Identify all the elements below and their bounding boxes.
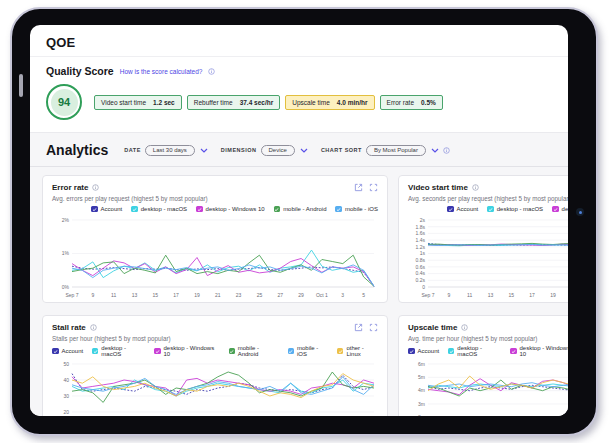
legend-item-desktop-macos[interactable]: desktop - macOS [92,345,145,357]
info-icon[interactable] [208,68,215,75]
info-icon[interactable] [92,184,99,191]
legend-item-account[interactable]: Account [447,206,478,213]
legend-checkbox-icon[interactable] [552,206,559,213]
legend-checkbox-icon[interactable] [91,206,98,213]
info-icon[interactable] [472,184,479,191]
quality-score-title: Quality Score [46,65,114,77]
x-tick-label: 19 [194,292,200,298]
card-actions [354,183,378,192]
y-tick-label: 0.6s [416,264,426,270]
legend-item-desktop-windows-10[interactable]: desktop - Windows 10 [552,206,568,213]
legend-checkbox-icon[interactable] [154,348,160,355]
metric-chip-error-rate: Error rate0.5% [380,95,443,110]
legend-label: other - Linux [346,345,378,357]
y-tick-label: 30 [63,393,69,399]
metric-label: Video start time [101,99,146,106]
legend-item-desktop-windows-10[interactable]: desktop - Windows 10 [510,345,568,357]
quality-score-header: Quality Score How is the score calculate… [46,65,552,77]
x-tick-label: 25 [257,292,263,298]
chart-subtitle: Stalls per hour (highest 5 by most popul… [52,335,378,342]
filter-date: DATE Last 30 days [124,145,208,156]
filter-chart-sort-label: CHART SORT [321,147,362,153]
legend-checkbox-icon[interactable] [229,348,235,355]
y-tick-label: 1s [420,250,426,256]
legend-item-desktop-macos[interactable]: desktop - macOS [131,206,187,213]
legend-checkbox-icon[interactable] [335,206,342,213]
x-tick-label: 15 [153,292,159,298]
chart-card-upscale-time: Upscale time Avg. time per hour (highest… [398,315,568,416]
info-icon[interactable] [90,324,97,331]
legend-item-mobile-ios[interactable]: mobile - iOS [335,206,378,213]
legend-item-account[interactable]: Account [91,206,122,213]
x-tick-label: 21 [215,292,221,298]
x-tick-label: 3 [341,292,344,298]
score-calculated-link[interactable]: How is the score calculated? [120,68,203,75]
y-tick-label: 2s [420,217,426,223]
metric-label: Upscale time [292,99,330,106]
legend-label: mobile - Android [238,345,279,357]
y-tick-label: 3m [418,401,425,407]
legend-checkbox-icon[interactable] [510,348,516,355]
x-tick-label: 23 [236,292,242,298]
legend-item-mobile-ios[interactable]: mobile - iOS [288,345,328,357]
expand-icon[interactable] [369,323,378,332]
legend-checkbox-icon[interactable] [274,206,281,213]
card-header: Stall rate [52,323,378,332]
chevron-down-icon[interactable] [431,148,439,153]
metric-value: 37.4 sec/hr [240,99,274,106]
line-chart-video-start-time[interactable]: 2s1.8s1.6s1.4s1.2s1s0.8s0.6s0.4s0.2s0Sep… [408,215,568,299]
y-tick-label: 4m [418,387,425,393]
filter-date-pill[interactable]: Last 30 days [145,145,195,156]
quality-score-row: 94 Video start time1.2 secRebuffer time3… [46,84,552,120]
info-icon[interactable] [443,147,450,154]
export-icon[interactable] [354,323,363,332]
chart-card-stall-rate: Stall rate Stalls per hour (highest 5 by… [42,315,388,416]
chevron-down-icon[interactable] [200,148,208,153]
legend-item-desktop-windows-10[interactable]: desktop - Windows 10 [154,345,219,357]
legend-checkbox-icon[interactable] [448,348,454,355]
legend-item-desktop-windows-10[interactable]: desktop - Windows 10 [196,206,265,213]
x-tick-label: 11 [111,292,116,298]
metric-value: 1.2 sec [153,99,175,106]
expand-icon[interactable] [369,183,378,192]
legend-item-mobile-android[interactable]: mobile - Android [274,206,327,213]
chart-title: Video start time [408,183,468,192]
quality-score-fill: 94 [51,89,78,116]
metric-chip-upscale-time: Upscale time4.0 min/hr [285,95,374,110]
analytics-filters: DATE Last 30 days DIMENSION Device CHART… [124,145,450,156]
metric-chip-video-start-time: Video start time1.2 sec [94,95,182,110]
line-chart-error-rate[interactable]: 2%1%0%Sep 7911131517192123252729Oct 135 [52,215,380,299]
legend-checkbox-icon[interactable] [337,348,343,355]
legend-checkbox-icon[interactable] [52,348,59,355]
legend-item-other-linux[interactable]: other - Linux [337,345,378,357]
x-tick-label: 29 [298,292,304,298]
legend-label: desktop - macOS [141,206,187,212]
analytics-title: Analytics [46,142,108,158]
filter-chart-sort-pill[interactable]: By Most Popular [366,145,426,156]
legend-item-account[interactable]: Account [52,348,83,355]
tablet-screen: QOE Quality Score How is the score calcu… [30,25,568,416]
legend-checkbox-icon[interactable] [92,348,98,355]
chevron-down-icon[interactable] [300,148,308,153]
metric-value: 4.0 min/hr [337,99,368,106]
legend-checkbox-icon[interactable] [196,206,203,213]
legend-checkbox-icon[interactable] [408,348,415,355]
legend-checkbox-icon[interactable] [487,206,494,213]
chart-title: Stall rate [52,323,86,332]
legend-item-desktop-macos[interactable]: desktop - macOS [487,206,543,213]
quality-metrics: Video start time1.2 secRebuffer time37.4… [94,95,443,110]
legend-label: desktop - macOS [497,206,543,212]
legend-item-account[interactable]: Account [408,348,439,355]
legend-checkbox-icon[interactable] [288,348,294,355]
y-tick-label: 5m [418,374,425,380]
legend-checkbox-icon[interactable] [447,206,454,213]
legend-item-desktop-macos[interactable]: desktop - macOS [448,345,501,357]
export-icon[interactable] [354,183,363,192]
line-chart-upscale-time[interactable]: 6m5m4m3m2m1m0Sep 7911131517192123252729O… [408,359,568,416]
info-icon[interactable] [461,324,468,331]
legend-item-mobile-android[interactable]: mobile - Android [229,345,279,357]
line-chart-stall-rate[interactable]: 50403020100Sep 7911131517192123252729Oct… [52,359,380,416]
metric-value: 0.5% [421,99,436,106]
filter-dimension-pill[interactable]: Device [261,145,295,156]
legend-checkbox-icon[interactable] [131,206,138,213]
